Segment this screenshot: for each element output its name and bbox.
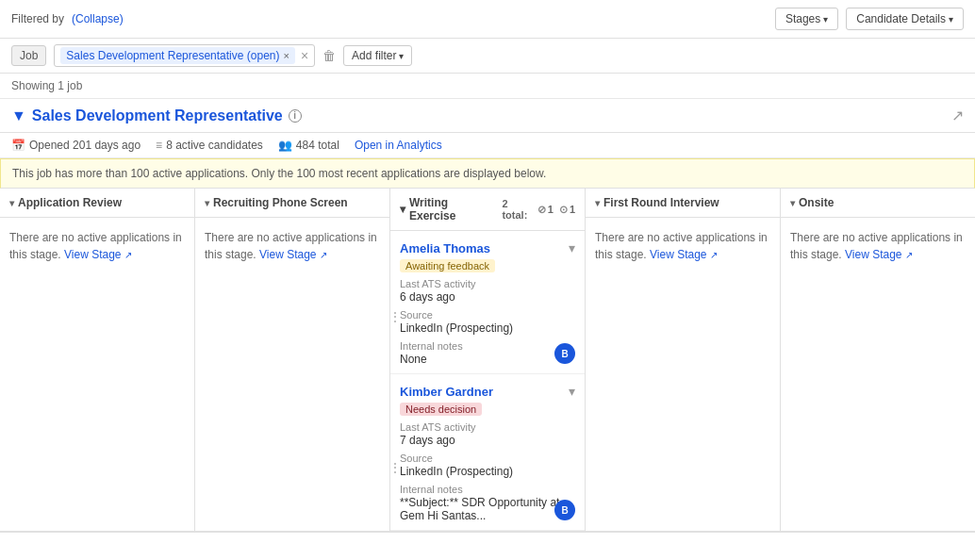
active-candidates-text: 8 active candidates bbox=[166, 139, 263, 152]
status-badge-amelia: Awaiting feedback bbox=[400, 259, 495, 272]
active-candidates-meta: ≡ 8 active candidates bbox=[156, 139, 263, 152]
top-bar: Filtered by (Collapse) Stages ▾ Candidat… bbox=[0, 0, 975, 39]
filter-chip: Sales Development Representative (open) … bbox=[60, 47, 295, 64]
stage-name-writing-exercise: Writing Exercise bbox=[409, 196, 492, 222]
notes-label-kimber: Internal notes bbox=[400, 484, 575, 495]
ats-label-amelia: Last ATS activity bbox=[400, 278, 575, 289]
collapse-link[interactable]: (Collapse) bbox=[72, 12, 124, 25]
stage-header-first-round-interview[interactable]: ▾ First Round Interview bbox=[586, 189, 780, 218]
job-header: ▼ Sales Development Representative i ↗ bbox=[0, 99, 975, 133]
candidate-card-kimber: Kimber Gardner ▾ Needs decision Last ATS… bbox=[390, 374, 585, 531]
stages-row: ▾ Application Review There are no active… bbox=[0, 189, 975, 533]
stages-chevron-icon: ▾ bbox=[823, 14, 828, 25]
warning-banner: This job has more than 100 active applic… bbox=[0, 158, 975, 189]
view-stage-link-application-review[interactable]: View Stage bbox=[64, 248, 122, 261]
add-filter-button[interactable]: Add filter ▾ bbox=[343, 45, 412, 66]
candidates-list: Amelia Thomas ▾ Awaiting feedback Last A… bbox=[390, 231, 585, 531]
stage-empty-first-round-interview: There are no active applications in this… bbox=[586, 218, 780, 274]
job-title-row: ▼ Sales Development Representative i bbox=[11, 107, 302, 124]
writing-count: 2 total: ⊘ 1 ⊙ 1 bbox=[502, 198, 575, 221]
stage-empty-recruiting-phone-screen: There are no active applications in this… bbox=[195, 218, 389, 274]
stage-name-onsite: Onsite bbox=[799, 196, 834, 209]
job-info-icon[interactable]: i bbox=[289, 109, 302, 123]
showing-row: Showing 1 job bbox=[0, 74, 975, 99]
notes-value-kimber: **Subject:** SDR Opportunity at Gem Hi S… bbox=[400, 496, 575, 522]
calendar-icon: 📅 bbox=[11, 139, 25, 152]
source-label-kimber: Source bbox=[400, 453, 575, 464]
candidate-name-kimber[interactable]: Kimber Gardner bbox=[400, 385, 493, 399]
more-icon-kimber[interactable]: ⋮ bbox=[390, 460, 402, 475]
candidate-header-kimber: Kimber Gardner ▾ bbox=[400, 384, 575, 399]
person-icon: 👥 bbox=[278, 139, 292, 152]
stages-button[interactable]: Stages ▾ bbox=[775, 8, 838, 30]
stage-col-onsite: ▾ Onsite There are no active application… bbox=[781, 189, 975, 531]
filter-row: Job Sales Development Representative (op… bbox=[0, 39, 975, 74]
external-link-icon-3: ↗ bbox=[710, 250, 718, 260]
candidate-name-amelia[interactable]: Amelia Thomas bbox=[400, 241, 490, 255]
source-label-amelia: Source bbox=[400, 309, 575, 321]
stage-chevron-icon-5: ▾ bbox=[790, 198, 795, 208]
stage-chevron-icon: ▾ bbox=[9, 198, 14, 208]
status-badge-kimber: Needs decision bbox=[400, 403, 482, 416]
source-value-kimber: LinkedIn (Prospecting) bbox=[400, 465, 575, 478]
filter-input-wrap: Sales Development Representative (open) … bbox=[54, 44, 315, 67]
stage-header-application-review[interactable]: ▾ Application Review bbox=[0, 189, 194, 218]
notes-value-amelia: None bbox=[400, 353, 575, 366]
stage-name-application-review: Application Review bbox=[18, 196, 122, 209]
open-count-badge: ⊘ 1 bbox=[537, 204, 554, 216]
review-count-badge: ⊙ 1 bbox=[559, 204, 575, 216]
stage-header-onsite[interactable]: ▾ Onsite bbox=[781, 189, 975, 218]
ats-value-kimber: 7 days ago bbox=[400, 434, 575, 447]
job-meta: 📅 Opened 201 days ago ≡ 8 active candida… bbox=[0, 133, 975, 158]
job-title-text[interactable]: Sales Development Representative bbox=[32, 107, 283, 124]
share-icon[interactable]: ↗ bbox=[951, 107, 964, 124]
stage-empty-application-review: There are no active applications in this… bbox=[0, 218, 194, 274]
add-filter-chevron-icon: ▾ bbox=[399, 51, 404, 61]
notes-label-amelia: Internal notes bbox=[400, 340, 575, 352]
filter-clear-icon[interactable]: × bbox=[301, 48, 308, 63]
candidate-details-button[interactable]: Candidate Details ▾ bbox=[846, 8, 964, 30]
filter-chip-remove[interactable]: × bbox=[283, 50, 289, 61]
stage-name-recruiting-phone-screen: Recruiting Phone Screen bbox=[213, 196, 348, 209]
stage-name-first-round-interview: First Round Interview bbox=[603, 196, 719, 209]
candidate-menu-amelia[interactable]: ▾ bbox=[569, 240, 575, 255]
avatar-kimber: B bbox=[554, 500, 575, 520]
stage-col-application-review: ▾ Application Review There are no active… bbox=[0, 189, 195, 531]
open-analytics-link[interactable]: Open in Analytics bbox=[355, 139, 442, 152]
filter-chip-value: Sales Development Representative (open) bbox=[66, 49, 279, 62]
avatar-amelia: B bbox=[554, 343, 575, 364]
view-stage-link-first-round-interview[interactable]: View Stage bbox=[650, 248, 707, 261]
external-link-icon: ↗ bbox=[124, 250, 132, 260]
external-link-icon-4: ↗ bbox=[905, 250, 913, 260]
more-icon-amelia[interactable]: ⋮ bbox=[390, 309, 402, 324]
stage-header-recruiting-phone-screen[interactable]: ▾ Recruiting Phone Screen bbox=[195, 189, 389, 218]
opened-meta: 📅 Opened 201 days ago bbox=[11, 139, 140, 152]
job-title-arrow: ▼ bbox=[11, 107, 26, 124]
candidate-card-amelia: Amelia Thomas ▾ Awaiting feedback Last A… bbox=[390, 231, 585, 374]
candidate-header-amelia: Amelia Thomas ▾ bbox=[400, 240, 575, 255]
opened-text: Opened 201 days ago bbox=[29, 139, 140, 152]
stage-chevron-icon-3: ▾ bbox=[400, 203, 405, 216]
job-filter-tag: Job bbox=[11, 45, 46, 66]
warning-text: This job has more than 100 active applic… bbox=[12, 167, 546, 180]
people-icon: ≡ bbox=[156, 139, 162, 152]
view-stage-link-onsite[interactable]: View Stage bbox=[845, 248, 902, 261]
stage-col-first-round-interview: ▾ First Round Interview There are no act… bbox=[586, 189, 781, 531]
source-value-amelia: LinkedIn (Prospecting) bbox=[400, 321, 575, 335]
stage-col-writing-exercise: ▾ Writing Exercise 2 total: ⊘ 1 ⊙ 1 bbox=[390, 189, 586, 531]
candidate-menu-kimber[interactable]: ▾ bbox=[569, 384, 575, 399]
stage-chevron-icon-2: ▾ bbox=[205, 198, 209, 208]
top-bar-actions: Stages ▾ Candidate Details ▾ bbox=[775, 8, 964, 30]
external-link-icon-2: ↗ bbox=[320, 250, 327, 260]
candidate-details-chevron-icon: ▾ bbox=[949, 14, 953, 25]
stage-chevron-icon-4: ▾ bbox=[595, 198, 600, 208]
view-stage-link-recruiting-phone-screen[interactable]: View Stage bbox=[259, 248, 317, 261]
total-text: 484 total bbox=[296, 139, 339, 152]
ats-label-kimber: Last ATS activity bbox=[400, 421, 575, 433]
filtered-by-label: Filtered by bbox=[11, 12, 64, 25]
stage-header-writing-exercise: ▾ Writing Exercise 2 total: ⊘ 1 ⊙ 1 bbox=[390, 189, 585, 231]
total-meta: 👥 484 total bbox=[278, 139, 339, 152]
filter-delete-icon[interactable]: 🗑 bbox=[322, 48, 336, 63]
stage-empty-onsite: There are no active applications in this… bbox=[781, 218, 975, 274]
ats-value-amelia: 6 days ago bbox=[400, 290, 575, 304]
